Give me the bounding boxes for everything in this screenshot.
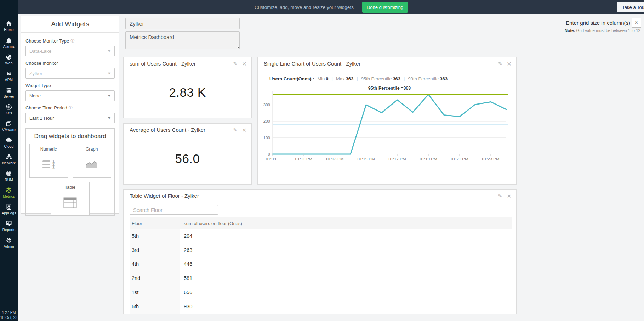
line-chart-widget-title: Single Line Chart of Users Count - Zylke…: [264, 61, 498, 67]
sidebar-item-k8s[interactable]: K8s: [0, 101, 18, 118]
field-choose-time-period: Choose Time PeriodⓘLast 1 Hour▼: [25, 105, 115, 123]
sidebar-item-alarms[interactable]: Alarms: [0, 34, 18, 51]
average-widget-value: 56.0: [124, 152, 251, 166]
sidebar-item-server[interactable]: Server: [0, 84, 18, 101]
clock-date: 18 Oct, 23: [0, 315, 18, 320]
x-axis-tick-label: 01:17 PM: [388, 157, 406, 161]
reports-icon: [5, 220, 12, 227]
sidebar-item-label: Web: [5, 61, 13, 65]
dashboard-name-input[interactable]: [125, 18, 240, 29]
chevron-down-icon: ▼: [107, 116, 111, 120]
done-customizing-button[interactable]: Done customizing: [362, 2, 408, 13]
clock-time: 1:27 PM: [0, 310, 18, 315]
tile-label: Numeric: [40, 147, 57, 152]
line-chart-widget: Single Line Chart of Users Count - Zylke…: [257, 57, 517, 185]
field-label: Widget Type: [25, 83, 115, 88]
sidebar-item-label: Metrics: [3, 195, 15, 198]
y-axis-tick-label: 200: [263, 119, 270, 123]
sidebar-item-cloud[interactable]: Cloud: [0, 134, 18, 151]
sidebar-item-vmware[interactable]: VMware: [0, 118, 18, 134]
y-axis-tick-label: 100: [263, 136, 270, 140]
table-row: 2nd581: [130, 271, 512, 286]
widget-type-select[interactable]: None▼: [25, 90, 115, 101]
main-content: Add Widgets Choose Monitor TypeⓘData-Lak…: [18, 14, 644, 321]
close-widget-icon[interactable]: ×: [507, 61, 511, 67]
sidebar-item-web[interactable]: Web: [0, 51, 18, 68]
x-axis-tick-label: 01:09 ..: [266, 157, 279, 161]
sidebar-item-applogs[interactable]: AppLogs: [0, 201, 18, 218]
field-label: Choose Monitor Typeⓘ: [25, 38, 115, 44]
drag-widgets-title: Drag widgets to dashboard: [26, 133, 114, 140]
sum-cell: 581: [180, 271, 512, 285]
chart-inline-title: 95th Percentile =363: [368, 86, 411, 91]
close-widget-icon[interactable]: ×: [507, 193, 511, 199]
column-header-sum: sum of users on floor (Ones): [180, 221, 242, 226]
floor-cell: 3rd: [130, 243, 180, 257]
sidebar-item-label: Home: [4, 28, 13, 32]
grid-size-input[interactable]: [632, 18, 641, 28]
sidebar-item-home[interactable]: Home: [0, 18, 18, 34]
edit-widget-icon[interactable]: ✎: [233, 127, 238, 133]
x-axis-tick-label: 01:23 PM: [482, 157, 499, 161]
take-a-tour-button[interactable]: Take a Tou: [617, 2, 644, 12]
server-icon: [5, 87, 12, 94]
sidebar-item-reports[interactable]: Reports: [0, 218, 18, 234]
tile-label: Graph: [86, 147, 98, 152]
add-widgets-title: Add Widgets: [21, 16, 119, 33]
close-widget-icon[interactable]: ×: [242, 61, 246, 67]
sidebar-item-label: K8s: [6, 111, 12, 115]
table-row: 3rd263: [130, 243, 512, 258]
selected-value: None: [29, 93, 41, 98]
drag-tile-table[interactable]: Table: [51, 182, 90, 216]
sidebar-item-label: Cloud: [4, 145, 13, 148]
sidebar-item-label: Server: [4, 95, 15, 98]
left-nav-sidebar: HomeAlarmsWebAPMServerK8sVMwareCloudNetw…: [0, 0, 18, 321]
add-widgets-panel: Add Widgets Choose Monitor TypeⓘData-Lak…: [21, 16, 119, 214]
chevron-down-icon: ▼: [107, 49, 111, 53]
sum-cell: 263: [180, 243, 512, 257]
alarms-icon: [5, 37, 12, 44]
column-header-floor: Floor: [130, 221, 180, 226]
numeric-widget-icon: 1 2 3: [42, 152, 55, 177]
stat-min: Min0: [317, 76, 328, 81]
sidebar-item-label: Reports: [2, 228, 15, 232]
floor-cell: 1st: [130, 285, 180, 299]
sidebar-item-network[interactable]: Network: [0, 151, 18, 168]
applogs-icon: [5, 203, 12, 210]
field-widget-type: Widget TypeNone▼: [25, 83, 115, 101]
chart-stats-row: Users Count(Ones) :Min0|Max363|95th Perc…: [258, 70, 516, 81]
edit-widget-icon[interactable]: ✎: [233, 61, 238, 67]
grid-size-label: Enter grid size in column(s): [566, 20, 630, 26]
drag-tile-graph[interactable]: Graph: [73, 144, 111, 178]
k8s-icon: [5, 103, 12, 111]
network-icon: [5, 153, 12, 160]
y-axis-tick-label: 0: [268, 152, 270, 156]
line-chart: 010020030001:09 ..01:11 PM01:13 PM01:15 …: [258, 85, 517, 166]
floor-cell: 2nd: [130, 271, 180, 285]
dashboard-description-input[interactable]: Metrics Dashboard: [125, 31, 240, 49]
sidebar-item-rum[interactable]: RUM: [0, 168, 18, 184]
edit-widget-icon[interactable]: ✎: [498, 61, 502, 67]
info-icon[interactable]: ⓘ: [70, 39, 74, 43]
sidebar-item-admin[interactable]: Admin: [0, 234, 18, 251]
sidebar-item-apm[interactable]: APM: [0, 68, 18, 84]
sidebar-item-metrics[interactable]: Metrics: [0, 184, 18, 201]
cloud-icon: [5, 137, 12, 144]
edit-widget-icon[interactable]: ✎: [498, 193, 502, 199]
stats-separator: |: [404, 76, 405, 81]
sum-cell: 446: [180, 257, 512, 271]
sum-cell: 930: [180, 299, 512, 314]
average-widget-title: Average of Users Count - Zylker: [130, 127, 233, 133]
grid-size-note-text: Grid value must be between 1 to 12: [576, 28, 640, 33]
info-icon[interactable]: ⓘ: [69, 106, 73, 110]
sidebar-item-label: AppLogs: [2, 211, 16, 215]
choose-time-period-select[interactable]: Last 1 Hour▼: [25, 113, 115, 123]
close-widget-icon[interactable]: ×: [242, 127, 246, 133]
table-search-input[interactable]: [130, 205, 218, 215]
x-axis-tick-label: 01:19 PM: [420, 157, 437, 161]
drag-tile-numeric[interactable]: Numeric 1 2 3: [29, 144, 68, 178]
admin-icon: [5, 237, 12, 244]
chevron-down-icon: ▼: [107, 94, 111, 97]
y-axis-tick-label: 300: [263, 103, 270, 107]
table-row: 6th930: [130, 299, 512, 314]
